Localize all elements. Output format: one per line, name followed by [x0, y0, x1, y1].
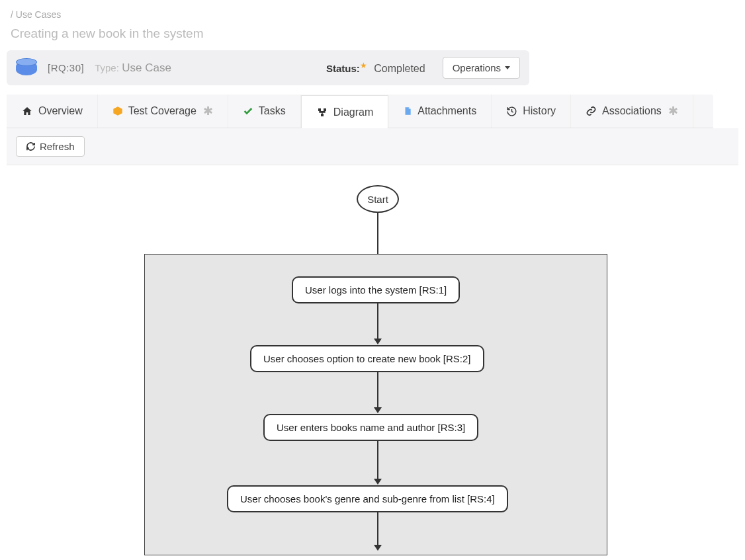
flow-step-label: User chooses option to create new book […	[263, 353, 471, 364]
breadcrumb: / Use Cases	[0, 0, 745, 24]
tab-diagram[interactable]: Diagram	[301, 95, 388, 128]
breadcrumb-sep: /	[11, 9, 13, 20]
check-icon	[243, 106, 253, 116]
tab-associations[interactable]: Associations ✱	[571, 95, 693, 128]
flow-step-label: User chooses book's genre and sub-genre …	[240, 493, 495, 504]
flow-step-3[interactable]: User enters books name and author [RS:3]	[263, 414, 478, 441]
tabs: Overview Test Coverage ✱ Tasks Diagram A…	[7, 95, 713, 128]
flow-connector	[377, 303, 378, 340]
info-bar: [RQ:30] Type: Use Case Status:★ Complete…	[7, 50, 529, 85]
flow-connector	[377, 440, 378, 480]
tab-label: History	[523, 105, 556, 117]
box-icon	[112, 106, 123, 116]
diagram-icon	[316, 107, 328, 118]
type-label: Type:	[95, 62, 119, 73]
arrow-down-icon	[374, 407, 382, 413]
asterisk-icon: ✱	[668, 104, 678, 118]
operations-dropdown-button[interactable]: Operations	[443, 57, 520, 79]
asterisk-icon: ✱	[203, 104, 213, 118]
tab-label: Overview	[38, 105, 83, 117]
tab-label: Diagram	[333, 106, 373, 118]
operations-label: Operations	[453, 62, 501, 73]
flow-connector	[377, 512, 378, 546]
refresh-label: Refresh	[40, 141, 75, 152]
flow-start-label: Start	[367, 194, 388, 205]
diagram-toolbar: Refresh	[7, 128, 738, 165]
required-star-icon: ★	[360, 61, 367, 70]
flow-step-label: User enters books name and author [RS:3]	[277, 422, 465, 433]
tab-overview[interactable]: Overview	[7, 95, 98, 128]
tab-label: Test Coverage	[128, 105, 197, 117]
tab-label: Tasks	[259, 105, 286, 117]
svg-rect-1	[324, 108, 326, 111]
breadcrumb-link-use-cases[interactable]: Use Cases	[16, 9, 61, 20]
chevron-down-icon	[505, 66, 510, 69]
tab-attachments[interactable]: Attachments	[388, 95, 492, 128]
flow-step-1[interactable]: User logs into the system [RS:1]	[292, 276, 460, 303]
arrow-down-icon	[374, 479, 382, 485]
flow-step-4[interactable]: User chooses book's genre and sub-genre …	[227, 485, 508, 512]
requirement-id: [RQ:30]	[48, 62, 84, 73]
tab-label: Associations	[602, 105, 662, 117]
flow-step-2[interactable]: User chooses option to create new book […	[250, 345, 484, 372]
tab-history[interactable]: History	[492, 95, 571, 128]
tab-tasks[interactable]: Tasks	[228, 95, 301, 128]
refresh-icon	[26, 141, 36, 151]
file-icon	[403, 106, 412, 116]
link-icon	[586, 106, 597, 116]
flow-start-node[interactable]: Start	[357, 185, 399, 213]
type-value: Use Case	[122, 61, 171, 74]
svg-rect-0	[318, 108, 321, 111]
tab-label: Attachments	[417, 105, 476, 117]
refresh-button[interactable]: Refresh	[16, 136, 85, 157]
database-icon	[16, 61, 37, 75]
svg-rect-2	[321, 114, 324, 116]
diagram-canvas: Start User logs into the system [RS:1] U…	[0, 165, 745, 555]
status-label: Status:	[326, 63, 360, 74]
page-title: Creating a new book in the system	[0, 24, 745, 50]
arrow-down-icon	[374, 339, 382, 344]
flow-step-label: User logs into the system [RS:1]	[305, 284, 447, 296]
arrow-down-icon	[374, 545, 382, 551]
home-icon	[21, 106, 33, 116]
flow-connector	[377, 372, 378, 409]
history-icon	[506, 106, 517, 117]
tab-test-coverage[interactable]: Test Coverage ✱	[98, 95, 228, 128]
status-value: Completed	[374, 63, 425, 74]
